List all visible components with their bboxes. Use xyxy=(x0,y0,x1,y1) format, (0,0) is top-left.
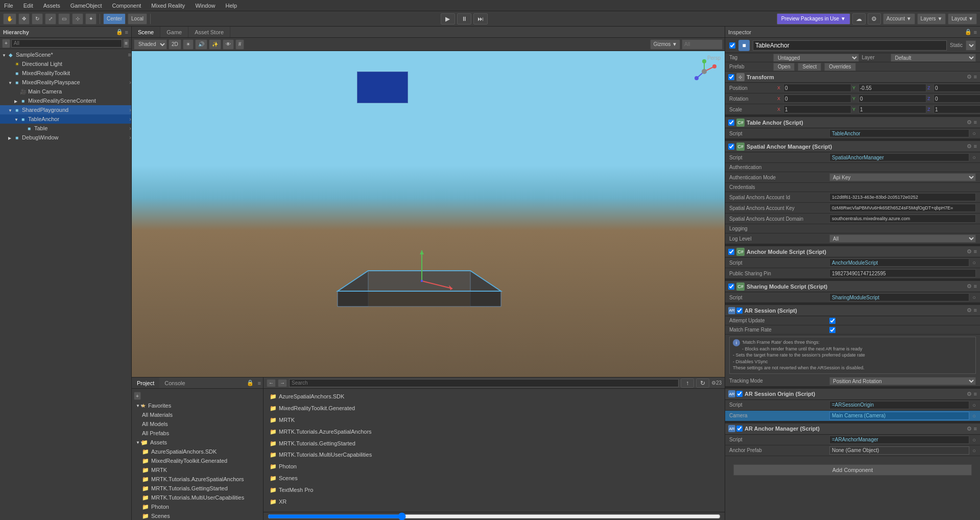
pos-z-input[interactable] xyxy=(934,84,980,92)
asset-mrtk-mu[interactable]: 📁MRTK.Tutorials.MultiUserCapabilities xyxy=(268,451,721,460)
proj-all-prefabs[interactable]: All Prefabs xyxy=(132,429,263,438)
menu-component[interactable]: Component xyxy=(110,2,143,10)
transform-menu-icon[interactable]: ≡ xyxy=(974,74,977,80)
proj-mrtk-multiuser[interactable]: 📁 MRTK.Tutorials.MultiUserCapabilities xyxy=(132,493,263,502)
assets-back-btn[interactable]: ← xyxy=(267,379,276,387)
menu-help[interactable]: Help xyxy=(224,2,240,10)
proj-all-models[interactable]: All Models xyxy=(132,419,263,429)
hier-item-mixedrealityplayspace[interactable]: ■ MixedRealityPlayspace › xyxy=(0,78,131,87)
ar-session-match-frame-checkbox[interactable] xyxy=(829,327,835,333)
tab-assetstore[interactable]: Asset Store xyxy=(188,27,230,37)
grid-btn[interactable]: # xyxy=(235,39,245,50)
assets-refresh-btn[interactable]: ↻ xyxy=(696,379,709,388)
sam-account-id-value[interactable]: 1c2d8f61-3213-463e-83bd-2c05172e0252 xyxy=(829,193,976,201)
ar-session-origin-circle-btn[interactable]: ○ xyxy=(972,402,976,408)
hier-item-table[interactable]: ■ Table › xyxy=(0,124,131,133)
menu-file[interactable]: File xyxy=(2,2,15,10)
sam-settings-icon[interactable]: ⚙ xyxy=(967,143,972,150)
asset-mrtk-gs[interactable]: 📁MRTK.Tutorials.GettingStarted xyxy=(268,440,721,449)
asset-xr[interactable]: 📁XR xyxy=(268,498,721,507)
hier-item-tableanchor[interactable]: ■ TableAnchor › xyxy=(0,114,131,124)
proj-mrtk-azure[interactable]: 📁 MRTK.Tutorials.AzureSpatialAnchors xyxy=(132,475,263,484)
table-anchor-script-header[interactable]: C# Table Anchor (Script) ⚙ ≡ xyxy=(725,117,980,128)
hier-item-sharedplayground[interactable]: ■ SharedPlayground › xyxy=(0,105,131,114)
transform-component-header[interactable]: ⊹ Transform ⚙ ≡ xyxy=(725,72,980,83)
asset-azure-sdk[interactable]: 📁AzureSpatialAnchors.SDK xyxy=(268,393,721,402)
project-lock-icon[interactable]: 🔒 xyxy=(245,380,256,386)
prefab-open-btn[interactable]: Open xyxy=(773,63,795,71)
hier-item-maincamera[interactable]: 🎥 Main Camera xyxy=(0,87,131,96)
ar-anchor-manager-circle-btn[interactable]: ○ xyxy=(972,437,976,443)
proj-photon[interactable]: 📁 Photon xyxy=(132,502,263,511)
hier-item-directional-light[interactable]: ☀ Directional Light xyxy=(0,59,131,68)
sam-auth-mode-select[interactable]: Api Key xyxy=(829,173,976,181)
transform-tool-btn[interactable]: ⊹ xyxy=(72,13,83,25)
proj-mrtk-getting-started[interactable]: 📁 MRTK.Tutorials.GettingStarted xyxy=(132,484,263,493)
layout-btn[interactable]: Layout ▼ xyxy=(948,13,977,25)
ar-session-origin-menu-icon[interactable]: ≡ xyxy=(974,391,977,397)
sam-account-domain-value[interactable]: southcentralus.mixedreality.azure.com xyxy=(829,215,976,223)
table-anchor-script-circle-btn[interactable]: ○ xyxy=(972,130,976,136)
ams-sharing-pin-value[interactable]: 1982734901747122595 xyxy=(829,269,976,277)
prefab-overrides-btn[interactable]: Overrides xyxy=(824,63,855,71)
layers-btn[interactable]: Layers ▼ xyxy=(917,13,946,25)
proj-mrtk-generated[interactable]: 📁 MixedRealityToolkit.Generated xyxy=(132,456,263,465)
account-btn[interactable]: Account ▼ xyxy=(883,13,915,25)
ar-anchor-manager-settings-icon[interactable]: ⚙ xyxy=(967,426,972,432)
table-anchor-script-value[interactable]: TableAnchor xyxy=(829,129,969,137)
proj-all-materials[interactable]: All Materials xyxy=(132,410,263,419)
rect-tool-btn[interactable]: ▭ xyxy=(58,13,70,25)
sharing-module-header[interactable]: C# Sharing Module Script (Script) ⚙ ≡ xyxy=(725,281,980,292)
asset-mrtk-azure[interactable]: 📁MRTK.Tutorials.AzureSpatialAnchors xyxy=(268,428,721,437)
ams-enable-checkbox[interactable] xyxy=(728,249,734,255)
gizmos-btn[interactable]: Gizmos ▼ xyxy=(650,39,680,50)
spatial-anchor-manager-header[interactable]: C# Spatial Anchor Manager (Script) ⚙ ≡ xyxy=(725,141,980,152)
sam-enable-checkbox[interactable] xyxy=(728,144,734,150)
ar-session-tracking-mode-select[interactable]: Position And Rotation xyxy=(829,377,976,385)
shading-select[interactable]: Shaded xyxy=(134,39,167,50)
scale-x-input[interactable] xyxy=(783,105,851,113)
scene-view-btn[interactable]: 👁 xyxy=(223,39,234,50)
proj-azure-sdk[interactable]: 📁 AzureSpatialAnchors.SDK xyxy=(132,447,263,456)
sms-enable-checkbox[interactable] xyxy=(728,283,734,290)
rotate-tool-btn[interactable]: ↻ xyxy=(32,13,43,25)
sam-script-value[interactable]: SpatialAnchorManager xyxy=(829,153,969,161)
rot-z-input[interactable] xyxy=(934,94,980,103)
tab-console[interactable]: Console xyxy=(159,377,190,388)
asset-photon[interactable]: 📁Photon xyxy=(268,463,721,472)
sms-script-circle-btn[interactable]: ○ xyxy=(972,294,976,300)
audio-btn[interactable]: 🔊 xyxy=(195,39,207,50)
hierarchy-filter-btn[interactable]: ≡ xyxy=(123,39,129,48)
tag-select[interactable]: Untagged xyxy=(773,54,859,62)
sms-settings-icon[interactable]: ⚙ xyxy=(967,283,972,290)
ar-anchor-manager-menu-icon[interactable]: ≡ xyxy=(974,426,977,432)
hier-item-debugwindow[interactable]: ■ DebugWindow › xyxy=(0,133,131,142)
sms-script-value[interactable]: SharingModuleScript xyxy=(829,293,969,301)
hier-item-mixedrealitytoolkit[interactable]: ■ MixedRealityToolkit xyxy=(0,68,131,78)
hier-item-mixedrealityscenecontent[interactable]: ■ MixedRealitySceneContent xyxy=(0,96,131,105)
asset-scenes[interactable]: 📁Scenes xyxy=(268,475,721,484)
ar-anchor-manager-script-value[interactable]: =ARAnchorManager xyxy=(829,436,969,444)
assets-search-input[interactable] xyxy=(289,379,679,387)
fx-btn[interactable]: ✨ xyxy=(209,39,221,50)
prefab-select-btn[interactable]: Select xyxy=(798,63,821,71)
ams-script-circle-btn[interactable]: ○ xyxy=(972,259,976,266)
ar-anchor-manager-enable-checkbox[interactable] xyxy=(736,426,743,432)
ar-session-origin-settings-icon[interactable]: ⚙ xyxy=(967,391,972,397)
object-active-checkbox[interactable] xyxy=(729,42,735,49)
assets-size-slider[interactable] xyxy=(268,512,721,521)
ar-anchor-manager-prefab-circle-btn[interactable]: ○ xyxy=(972,447,976,454)
inspector-more-icon[interactable]: ≡ xyxy=(974,29,977,35)
assets-forward-btn[interactable]: → xyxy=(278,379,287,387)
ar-session-menu-icon[interactable]: ≡ xyxy=(974,307,977,314)
hand-tool-btn[interactable]: ✋ xyxy=(3,13,16,25)
asset-mrtk[interactable]: 📁MRTK xyxy=(268,416,721,426)
rot-y-input[interactable] xyxy=(858,94,926,103)
ar-anchor-manager-header[interactable]: AR AR Anchor Manager (Script) ⚙ ≡ xyxy=(725,423,980,435)
pause-btn[interactable]: ⏸ xyxy=(457,13,471,25)
center-btn[interactable]: Center xyxy=(103,13,126,25)
sms-menu-icon[interactable]: ≡ xyxy=(974,283,977,290)
step-btn[interactable]: ⏭ xyxy=(473,13,488,25)
transform-enable-checkbox[interactable] xyxy=(728,74,734,80)
sam-account-key-value[interactable]: 0zM8RwcVlaPBMVu6Hk65Eh65Z4sF5MqfOgDT+qbp… xyxy=(829,204,976,212)
